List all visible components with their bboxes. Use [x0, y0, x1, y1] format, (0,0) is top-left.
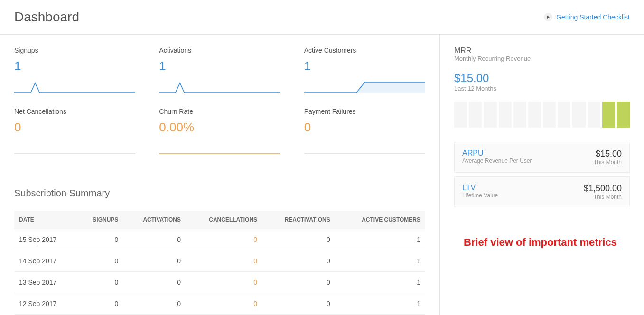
stat-box[interactable]: LTVLifetime Value$1,500.00This Month [454, 176, 630, 207]
metric-label: Activations [159, 46, 280, 54]
table-header[interactable]: DATE [14, 211, 76, 229]
table-cell: 15 Sep 2017 [14, 229, 76, 250]
summary-title: Subscription Summary [14, 188, 425, 199]
mrr-period: Last 12 Months [454, 85, 630, 92]
stat-period: This Month [584, 194, 622, 200]
table-cell: 1 [335, 229, 425, 250]
mrr-bar [588, 102, 600, 128]
metric-label: Churn Rate [159, 108, 280, 115]
table-cell: 0 [262, 293, 335, 315]
table-cell: 0 [76, 272, 123, 293]
table-header[interactable]: ACTIVATIONS [123, 211, 186, 229]
metric-value: 1 [159, 59, 280, 74]
table-cell: 0 [76, 250, 123, 272]
metric-card[interactable]: Churn Rate0.00% [159, 108, 280, 155]
page-title: Dashboard [14, 9, 79, 25]
table-header[interactable]: REACTIVATIONS [262, 211, 335, 229]
table-header[interactable]: ACTIVE CUSTOMERS [335, 211, 425, 229]
table-header[interactable]: SIGNUPS [76, 211, 123, 229]
stat-abbr: ARPU [462, 149, 532, 158]
metric-card[interactable]: Net Cancellations0 [14, 108, 135, 155]
mrr-title: MRR [454, 46, 630, 55]
metrics-grid: Signups1Activations1Active Customers1Net… [14, 46, 425, 155]
table-cell: 0 [123, 293, 186, 315]
table-cell: 0 [123, 250, 186, 272]
table-cell: 0 [123, 229, 186, 250]
mrr-bar [617, 102, 630, 128]
metric-card[interactable]: Payment Failures0 [304, 108, 425, 155]
table-cell: 0 [186, 293, 262, 315]
mrr-bar [602, 102, 615, 128]
stat-value: $15.00 [594, 149, 622, 159]
table-cell: 1 [335, 293, 425, 315]
table-cell: 1 [335, 272, 425, 293]
mrr-bar [558, 102, 570, 128]
metric-value: 0.00% [159, 120, 280, 135]
table-cell: 0 [123, 272, 186, 293]
annotation-text: Brief view of important metrics [454, 236, 630, 250]
mrr-bar [499, 102, 512, 128]
svg-marker-0 [547, 16, 550, 19]
mrr-bar [528, 102, 541, 128]
metric-card[interactable]: Signups1 [14, 46, 135, 93]
mrr-bar [543, 102, 556, 128]
table-cell: 0 [186, 272, 262, 293]
stat-full: Average Revenue Per User [462, 158, 532, 164]
metric-label: Payment Failures [304, 108, 425, 115]
metric-value: 1 [304, 59, 425, 74]
table-cell: 0 [76, 293, 123, 315]
table-row[interactable]: 15 Sep 201700001 [14, 229, 425, 250]
mrr-bar [484, 102, 496, 128]
table-header[interactable]: CANCELLATIONS [186, 211, 262, 229]
table-row[interactable]: 13 Sep 201700001 [14, 272, 425, 293]
metric-label: Signups [14, 46, 135, 54]
mrr-value: $15.00 [454, 72, 630, 85]
table-cell: 1 [335, 250, 425, 272]
stat-full: Lifetime Value [462, 192, 498, 199]
stat-abbr: LTV [462, 184, 498, 192]
stat-period: This Month [594, 159, 622, 166]
table-cell: 0 [262, 272, 335, 293]
table-cell: 0 [186, 250, 262, 272]
table-cell: 14 Sep 2017 [14, 250, 76, 272]
stat-value: $1,500.00 [584, 184, 622, 194]
metric-label: Active Customers [304, 46, 425, 54]
main-left: Signups1Activations1Active Customers1Net… [0, 35, 440, 315]
table-cell: 0 [76, 229, 123, 250]
metric-card[interactable]: Activations1 [159, 46, 280, 93]
summary-table: DATESIGNUPSACTIVATIONSCANCELLATIONSREACT… [14, 211, 425, 315]
metric-label: Net Cancellations [14, 108, 135, 115]
sparkline [159, 79, 280, 93]
sparkline [14, 79, 135, 93]
mrr-bar [469, 102, 482, 128]
sparkline [304, 140, 425, 155]
sparkline [14, 140, 135, 155]
mrr-bar [513, 102, 526, 128]
sparkline [159, 140, 280, 155]
play-icon [544, 13, 552, 21]
mrr-bar [454, 102, 467, 128]
table-row[interactable]: 14 Sep 201700001 [14, 250, 425, 272]
mrr-subtitle: Monthly Recurring Revenue [454, 55, 630, 62]
page-header: Dashboard Getting Started Checklist [0, 0, 644, 35]
table-row[interactable]: 12 Sep 201700001 [14, 293, 425, 315]
mrr-bar-chart [454, 102, 630, 128]
table-cell: 12 Sep 2017 [14, 293, 76, 315]
getting-started-label: Getting Started Checklist [556, 13, 630, 21]
table-cell: 0 [262, 229, 335, 250]
table-cell: 0 [186, 229, 262, 250]
sparkline [304, 79, 425, 93]
getting-started-link[interactable]: Getting Started Checklist [544, 13, 630, 21]
table-cell: 13 Sep 2017 [14, 272, 76, 293]
metric-value: 0 [14, 120, 135, 135]
stat-box[interactable]: ARPUAverage Revenue Per User$15.00This M… [454, 142, 630, 173]
metric-value: 1 [14, 59, 135, 74]
metric-value: 0 [304, 120, 425, 135]
metric-card[interactable]: Active Customers1 [304, 46, 425, 93]
table-cell: 0 [262, 250, 335, 272]
main-right: MRR Monthly Recurring Revenue $15.00 Las… [440, 35, 644, 315]
mrr-bar [572, 102, 585, 128]
